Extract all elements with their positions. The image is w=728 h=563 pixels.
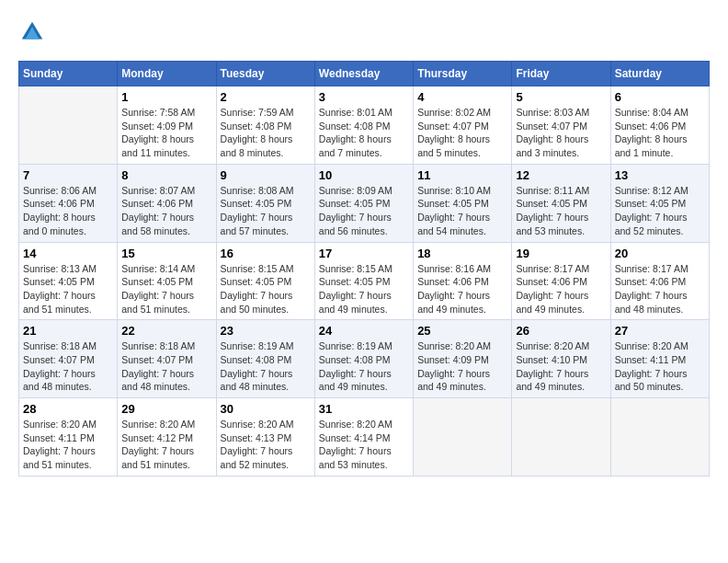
sunrise-time: Sunrise: 8:02 AM — [417, 107, 491, 118]
calendar-cell: 26 Sunrise: 8:20 AM Sunset: 4:10 PM Dayl… — [512, 320, 610, 398]
calendar-cell: 8 Sunrise: 8:07 AM Sunset: 4:06 PM Dayli… — [118, 164, 216, 242]
day-number: 19 — [516, 247, 606, 260]
sunrise-time: Sunrise: 8:20 AM — [615, 340, 688, 351]
sunset-time: Sunset: 4:09 PM — [417, 354, 489, 365]
logo — [18, 18, 50, 46]
day-number: 23 — [221, 324, 311, 338]
day-number: 15 — [121, 247, 211, 260]
sunset-time: Sunset: 4:05 PM — [319, 198, 391, 209]
sunrise-time: Sunrise: 8:17 AM — [615, 263, 688, 274]
daylight-hours: Daylight: 7 hours and 50 minutes. — [221, 290, 293, 315]
calendar-cell: 30 Sunrise: 8:20 AM Sunset: 4:13 PM Dayl… — [216, 398, 314, 477]
calendar-cell: 2 Sunrise: 7:59 AM Sunset: 4:08 PM Dayli… — [216, 86, 314, 165]
sunrise-time: Sunrise: 8:04 AM — [615, 107, 688, 118]
day-number: 12 — [516, 168, 606, 182]
daylight-hours: Daylight: 7 hours and 50 minutes. — [615, 368, 688, 393]
calendar-cell: 16 Sunrise: 8:15 AM Sunset: 4:05 PM Dayl… — [216, 242, 314, 320]
day-number: 1 — [121, 90, 211, 104]
daylight-hours: Daylight: 7 hours and 48 minutes. — [121, 368, 194, 393]
calendar-cell: 27 Sunrise: 8:20 AM Sunset: 4:11 PM Dayl… — [610, 320, 709, 398]
calendar-cell: 22 Sunrise: 8:18 AM Sunset: 4:07 PM Dayl… — [118, 320, 216, 398]
day-info: Sunrise: 8:17 AM Sunset: 4:06 PM Dayligh… — [516, 262, 606, 316]
day-number: 11 — [417, 168, 507, 182]
day-info: Sunrise: 8:18 AM Sunset: 4:07 PM Dayligh… — [23, 339, 113, 394]
day-info: Sunrise: 8:02 AM Sunset: 4:07 PM Dayligh… — [417, 106, 507, 160]
calendar-cell: 29 Sunrise: 8:20 AM Sunset: 4:12 PM Dayl… — [118, 398, 216, 477]
day-number: 3 — [319, 90, 409, 104]
day-info: Sunrise: 8:03 AM Sunset: 4:07 PM Dayligh… — [516, 106, 606, 160]
sunset-time: Sunset: 4:06 PM — [615, 121, 687, 132]
sunrise-time: Sunrise: 8:15 AM — [221, 263, 294, 274]
sunset-time: Sunset: 4:06 PM — [121, 198, 193, 209]
daylight-hours: Daylight: 7 hours and 49 minutes. — [319, 368, 392, 393]
day-number: 24 — [319, 324, 409, 338]
day-number: 29 — [121, 402, 211, 416]
day-info: Sunrise: 8:16 AM Sunset: 4:06 PM Dayligh… — [417, 262, 507, 316]
day-info: Sunrise: 8:20 AM Sunset: 4:13 PM Dayligh… — [221, 418, 311, 472]
sunset-time: Sunset: 4:07 PM — [516, 121, 587, 132]
daylight-hours: Daylight: 8 hours and 11 minutes. — [121, 133, 194, 158]
sunset-time: Sunset: 4:07 PM — [23, 354, 95, 365]
daylight-hours: Daylight: 8 hours and 1 minute. — [615, 133, 688, 158]
calendar-cell: 5 Sunrise: 8:03 AM Sunset: 4:07 PM Dayli… — [512, 86, 610, 165]
sunrise-time: Sunrise: 8:09 AM — [319, 185, 392, 196]
day-info: Sunrise: 8:20 AM Sunset: 4:12 PM Dayligh… — [121, 418, 211, 472]
weekday-header-monday: Monday — [118, 62, 216, 86]
sunset-time: Sunset: 4:05 PM — [615, 198, 687, 209]
weekday-header-thursday: Thursday — [414, 62, 512, 86]
sunset-time: Sunset: 4:05 PM — [417, 198, 489, 209]
day-info: Sunrise: 8:20 AM Sunset: 4:10 PM Dayligh… — [516, 339, 606, 394]
sunrise-time: Sunrise: 8:01 AM — [319, 107, 392, 118]
day-info: Sunrise: 8:12 AM Sunset: 4:05 PM Dayligh… — [615, 184, 705, 238]
sunset-time: Sunset: 4:09 PM — [121, 121, 193, 132]
sunrise-time: Sunrise: 8:08 AM — [221, 185, 294, 196]
sunrise-time: Sunrise: 8:03 AM — [516, 107, 589, 118]
day-number: 18 — [417, 247, 507, 260]
day-info: Sunrise: 8:20 AM Sunset: 4:11 PM Dayligh… — [23, 418, 113, 472]
day-info: Sunrise: 8:07 AM Sunset: 4:06 PM Dayligh… — [121, 184, 211, 238]
sunrise-time: Sunrise: 8:10 AM — [417, 185, 491, 196]
daylight-hours: Daylight: 7 hours and 49 minutes. — [417, 290, 490, 315]
weekday-header-saturday: Saturday — [610, 62, 709, 86]
calendar-cell — [19, 86, 118, 165]
calendar-cell: 11 Sunrise: 8:10 AM Sunset: 4:05 PM Dayl… — [414, 164, 512, 242]
day-info: Sunrise: 8:13 AM Sunset: 4:05 PM Dayligh… — [23, 262, 113, 316]
sunrise-time: Sunrise: 8:07 AM — [121, 185, 195, 196]
sunset-time: Sunset: 4:13 PM — [221, 432, 292, 443]
day-number: 31 — [319, 402, 409, 416]
day-number: 26 — [516, 324, 606, 338]
day-number: 17 — [319, 247, 409, 260]
calendar-cell: 23 Sunrise: 8:19 AM Sunset: 4:08 PM Dayl… — [216, 320, 314, 398]
sunset-time: Sunset: 4:05 PM — [221, 276, 292, 287]
daylight-hours: Daylight: 7 hours and 49 minutes. — [417, 368, 490, 393]
calendar-cell: 17 Sunrise: 8:15 AM Sunset: 4:05 PM Dayl… — [314, 242, 413, 320]
day-info: Sunrise: 7:58 AM Sunset: 4:09 PM Dayligh… — [121, 106, 211, 160]
calendar-cell — [512, 398, 610, 477]
day-info: Sunrise: 8:01 AM Sunset: 4:08 PM Dayligh… — [319, 106, 409, 160]
day-number: 30 — [221, 402, 311, 416]
calendar-cell: 9 Sunrise: 8:08 AM Sunset: 4:05 PM Dayli… — [216, 164, 314, 242]
sunrise-time: Sunrise: 8:13 AM — [23, 263, 97, 274]
calendar-cell: 1 Sunrise: 7:58 AM Sunset: 4:09 PM Dayli… — [118, 86, 216, 165]
day-info: Sunrise: 8:11 AM Sunset: 4:05 PM Dayligh… — [516, 184, 606, 238]
daylight-hours: Daylight: 8 hours and 8 minutes. — [221, 133, 293, 158]
day-info: Sunrise: 8:14 AM Sunset: 4:05 PM Dayligh… — [121, 262, 211, 316]
weekday-header-sunday: Sunday — [19, 62, 118, 86]
daylight-hours: Daylight: 7 hours and 53 minutes. — [319, 445, 392, 470]
daylight-hours: Daylight: 7 hours and 51 minutes. — [121, 290, 194, 315]
day-number: 4 — [417, 90, 507, 104]
calendar-cell: 18 Sunrise: 8:16 AM Sunset: 4:06 PM Dayl… — [414, 242, 512, 320]
calendar-cell: 13 Sunrise: 8:12 AM Sunset: 4:05 PM Dayl… — [610, 164, 709, 242]
day-info: Sunrise: 8:17 AM Sunset: 4:06 PM Dayligh… — [615, 262, 705, 316]
sunset-time: Sunset: 4:06 PM — [23, 198, 95, 209]
daylight-hours: Daylight: 8 hours and 3 minutes. — [516, 133, 588, 158]
day-number: 20 — [615, 247, 705, 260]
sunset-time: Sunset: 4:08 PM — [221, 121, 292, 132]
daylight-hours: Daylight: 7 hours and 56 minutes. — [319, 212, 392, 236]
day-number: 6 — [615, 90, 705, 104]
daylight-hours: Daylight: 7 hours and 48 minutes. — [23, 368, 96, 393]
calendar-cell: 4 Sunrise: 8:02 AM Sunset: 4:07 PM Dayli… — [414, 86, 512, 165]
day-number: 27 — [615, 324, 705, 338]
calendar-week-row: 1 Sunrise: 7:58 AM Sunset: 4:09 PM Dayli… — [19, 86, 710, 165]
calendar-cell: 12 Sunrise: 8:11 AM Sunset: 4:05 PM Dayl… — [512, 164, 610, 242]
